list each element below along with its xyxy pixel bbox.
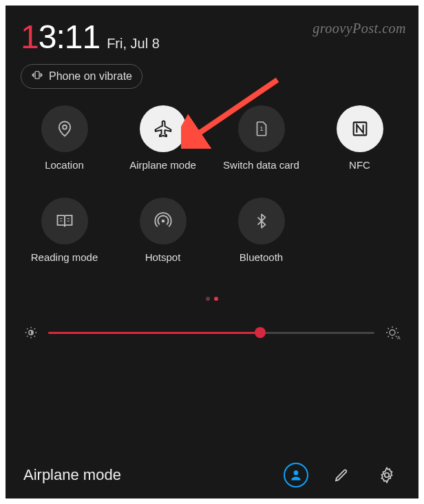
svg-text:A: A <box>397 335 401 340</box>
book-icon <box>41 198 88 244</box>
bluetooth-icon <box>238 198 285 244</box>
sim-icon: 1 <box>238 105 285 152</box>
user-button[interactable] <box>282 461 310 489</box>
svg-rect-0 <box>35 72 39 79</box>
user-icon <box>284 463 308 487</box>
tile-location[interactable]: Location <box>18 105 111 185</box>
quick-tiles-grid: Location Airplane mode 1 Switch data car… <box>6 89 418 277</box>
tile-label: Location <box>45 159 84 185</box>
edit-button[interactable] <box>328 461 355 489</box>
tile-hotspot[interactable]: Hotspot <box>116 198 209 277</box>
bottom-bar: Airplane mode <box>6 461 418 489</box>
nfc-icon <box>337 105 383 152</box>
page-dot <box>206 297 210 301</box>
tile-reading-mode[interactable]: Reading mode <box>18 198 111 277</box>
tile-label: Reading mode <box>31 251 98 277</box>
svg-point-1 <box>63 125 67 129</box>
date-label: Fri, Jul 8 <box>107 36 160 52</box>
svg-text:1: 1 <box>259 125 263 132</box>
pencil-icon <box>333 467 350 483</box>
quick-settings-panel: groovyPost.com 13:11 Fri, Jul 8 Phone on… <box>6 6 418 498</box>
clock-hour-accent: 1 <box>21 19 39 55</box>
tile-label: Airplane mode <box>129 159 196 185</box>
tile-label: Hotspot <box>145 251 181 277</box>
watermark-text: groovyPost.com <box>312 21 406 36</box>
svg-point-4 <box>161 220 165 223</box>
brightness-fill <box>48 332 260 334</box>
tile-label: Switch data card <box>223 159 299 185</box>
panel-title: Airplane mode <box>23 466 264 484</box>
airplane-icon <box>140 105 187 152</box>
svg-point-8 <box>294 470 299 475</box>
vibrate-icon <box>31 69 43 84</box>
vibrate-label: Phone on vibrate <box>49 70 132 83</box>
settings-button[interactable] <box>373 461 401 489</box>
clock-rest: 3:11 <box>39 19 100 55</box>
tile-nfc[interactable]: NFC <box>313 105 406 185</box>
vibrate-mode-chip[interactable]: Phone on vibrate <box>21 64 142 89</box>
svg-point-6 <box>390 330 395 335</box>
tile-airplane-mode[interactable]: Airplane mode <box>116 105 209 185</box>
brightness-auto-icon[interactable]: A <box>384 324 401 341</box>
gear-icon <box>378 466 396 484</box>
brightness-slider[interactable] <box>48 332 374 334</box>
page-dot-active <box>214 297 218 301</box>
tile-switch-data-card[interactable]: 1 Switch data card <box>215 105 308 185</box>
hotspot-icon <box>140 198 187 244</box>
brightness-row: A <box>6 301 418 341</box>
tile-label: NFC <box>349 159 370 185</box>
tile-bluetooth[interactable]: Bluetooth <box>215 198 308 277</box>
clock-time: 13:11 <box>21 18 100 56</box>
svg-point-9 <box>385 473 390 478</box>
brightness-low-icon <box>23 325 39 340</box>
brightness-thumb[interactable] <box>255 327 266 338</box>
tile-label: Bluetooth <box>240 251 283 277</box>
location-icon <box>41 105 88 152</box>
